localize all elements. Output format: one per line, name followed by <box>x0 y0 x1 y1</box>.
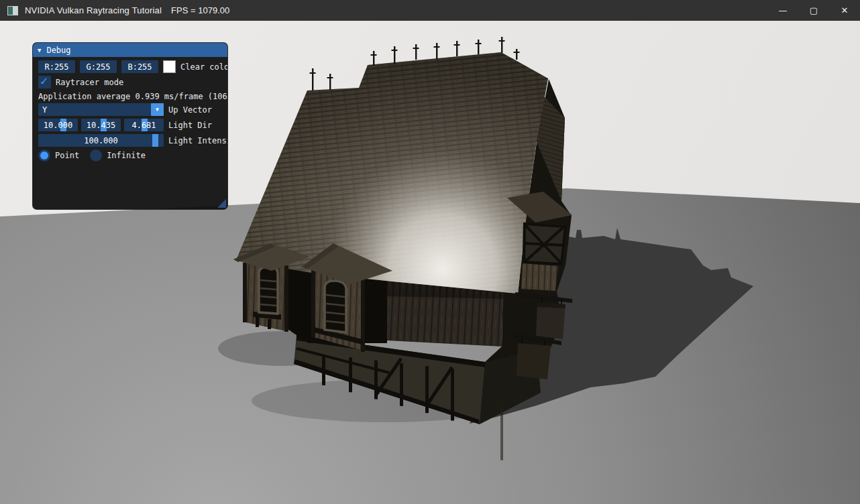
light-intensity-value: 100.000 <box>38 134 164 147</box>
up-vector-value: Y <box>42 105 47 115</box>
light-dir-label: Light Dir <box>168 121 212 130</box>
light-intensity-slider[interactable]: 100.000 <box>38 134 164 147</box>
infinite-label: Infinite <box>107 151 146 160</box>
clear-color-swatch[interactable] <box>163 60 176 73</box>
radio-point[interactable] <box>38 149 50 162</box>
light-intensity-label: Light Intensity <box>168 136 228 145</box>
lantern-1 <box>536 303 566 339</box>
combo-arrow-icon[interactable]: ▼ <box>151 103 164 116</box>
fps-counter: FPS = 1079.00 <box>171 5 229 15</box>
panel-title: Debug <box>46 46 70 55</box>
window-titlebar[interactable]: NVIDIA Vulkan Raytracing Tutorial FPS = … <box>0 0 860 21</box>
maximize-button[interactable]: ▢ <box>798 0 829 21</box>
panel-resize-grip[interactable] <box>217 199 226 208</box>
stats-text: Application average 0.939 ms/frame (1064 <box>38 92 228 101</box>
point-label: Point <box>55 151 79 160</box>
collapse-arrow-icon: ▼ <box>38 47 41 54</box>
clear-color-label: Clear color <box>180 62 228 72</box>
raytracer-mode-checkbox[interactable]: ✓ <box>38 76 51 88</box>
r-channel-button[interactable]: R:255 <box>38 60 75 73</box>
light-type-infinite[interactable]: Infinite <box>90 149 146 162</box>
light-type-point[interactable]: Point <box>38 149 79 162</box>
right-stud <box>500 406 503 460</box>
light-dir-x-value: 10.000 <box>38 119 78 131</box>
raytracer-mode-label: Raytracer mode <box>56 78 123 87</box>
window-title: NVIDIA Vulkan Raytracing Tutorial <box>25 5 162 15</box>
light-dir-x-field[interactable]: 10.000 <box>38 119 78 131</box>
minimize-button[interactable]: — <box>767 0 798 21</box>
debug-panel-header[interactable]: ▼ Debug <box>33 43 227 57</box>
lantern-2 <box>517 343 551 379</box>
check-icon: ✓ <box>40 75 48 88</box>
light-dir-y-value: 10.435 <box>81 119 121 131</box>
up-vector-combo[interactable]: Y ▼ <box>38 103 164 116</box>
g-channel-button[interactable]: G:255 <box>80 60 117 73</box>
up-vector-label: Up Vector <box>168 105 212 115</box>
dormer-2-window <box>325 281 346 332</box>
light-dir-y-field[interactable]: 10.435 <box>81 119 121 131</box>
window-controls: — ▢ ✕ <box>767 0 860 21</box>
debug-panel: ▼ Debug R:255 G:255 B:255 Clear color ✓ … <box>32 42 228 210</box>
light-dir-z-value: 4.681 <box>124 119 164 131</box>
b-channel-button[interactable]: B:255 <box>121 60 158 73</box>
light-dir-z-field[interactable]: 4.681 <box>124 119 164 131</box>
radio-infinite[interactable] <box>90 149 102 162</box>
close-button[interactable]: ✕ <box>829 0 860 21</box>
app-icon <box>7 6 18 15</box>
